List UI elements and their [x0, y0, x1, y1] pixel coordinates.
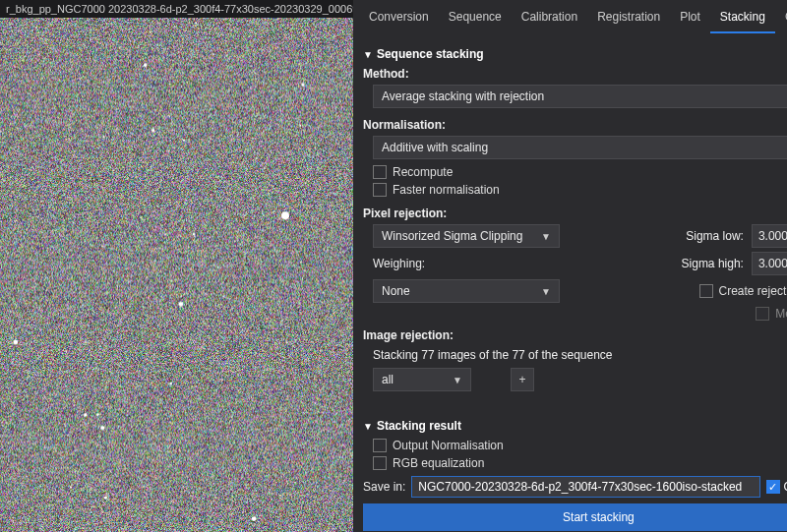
- pixel-rejection-label: Pixel rejection:: [363, 207, 787, 220]
- tab-console[interactable]: Console: [775, 4, 787, 33]
- tab-stacking[interactable]: Stacking: [710, 4, 775, 33]
- save-in-label: Save in:: [363, 480, 405, 494]
- sigma-low-spin[interactable]: 3.000 − +: [752, 224, 787, 248]
- section-stacking-result[interactable]: ▼ Stacking result: [363, 419, 787, 433]
- weighing-label: Weighing:: [373, 257, 560, 270]
- weighing-value: None: [382, 284, 541, 298]
- method-label: Method:: [363, 67, 787, 81]
- weighing-combo[interactable]: None ▼: [373, 279, 560, 303]
- checkbox-icon: [766, 480, 780, 494]
- method-value: Average stacking with rejection: [382, 89, 787, 103]
- checkbox-icon: [373, 439, 387, 452]
- save-in-input[interactable]: [411, 476, 759, 498]
- overwrite-label: Overwrite: [784, 480, 787, 494]
- checkbox-icon: [373, 165, 387, 179]
- normalisation-combo[interactable]: Additive with scaling ▼: [373, 136, 787, 159]
- tab-conversion[interactable]: Conversion: [359, 4, 439, 33]
- pixel-rejection-combo[interactable]: Winsorized Sigma Clipping ▼: [373, 224, 560, 248]
- rgb-equalization-check[interactable]: RGB equalization: [363, 456, 787, 470]
- merge-lh-label: Merge L+H: [775, 307, 787, 321]
- chevron-down-icon: ▼: [363, 49, 373, 60]
- section-title: Sequence stacking: [377, 47, 484, 61]
- faster-norm-check[interactable]: Faster normalisation: [373, 183, 787, 197]
- sigma-high-label: Sigma high:: [675, 257, 744, 270]
- stacking-panel: ▼ Sequence stacking Method: Average stac…: [353, 33, 787, 532]
- checkbox-icon: [373, 456, 387, 470]
- tab-registration[interactable]: Registration: [587, 4, 670, 33]
- sigma-high-value: 3.000: [753, 257, 787, 270]
- tab-calibration[interactable]: Calibration: [512, 4, 587, 33]
- normalisation-value: Additive with scaling: [382, 141, 787, 154]
- recompute-check[interactable]: Recompute: [373, 165, 787, 179]
- right-panel: Conversion Sequence Calibration Registra…: [353, 0, 787, 532]
- overwrite-check[interactable]: Overwrite: [766, 480, 787, 494]
- image-preview[interactable]: [0, 18, 353, 532]
- section-sequence-stacking[interactable]: ▼ Sequence stacking: [363, 47, 787, 61]
- recompute-label: Recompute: [393, 165, 453, 179]
- start-stacking-button[interactable]: Start stacking: [363, 503, 787, 531]
- sigma-high-spin[interactable]: 3.000 − +: [752, 252, 787, 275]
- sigma-low-label: Sigma low:: [675, 229, 744, 243]
- tab-plot[interactable]: Plot: [670, 4, 710, 33]
- rgb-eq-label: RGB equalization: [393, 456, 484, 470]
- checkbox-icon: [373, 183, 387, 197]
- create-rejection-maps-check[interactable]: Create rejection maps: [699, 284, 787, 298]
- create-rejection-maps-label: Create rejection maps: [719, 284, 787, 298]
- checkbox-icon: [756, 307, 769, 321]
- stacking-count-info: Stacking 77 images of the 77 of the sequ…: [373, 348, 787, 362]
- merge-lh-check: Merge L+H: [756, 307, 787, 321]
- output-normalisation-check[interactable]: Output Normalisation: [363, 439, 787, 452]
- image-preview-pane: r_bkg_pp_NGC7000 20230328-6d-p2_300f4-77…: [0, 0, 353, 532]
- chevron-down-icon: ▼: [363, 421, 373, 432]
- chevron-down-icon: ▼: [541, 231, 551, 242]
- output-norm-label: Output Normalisation: [393, 439, 504, 452]
- add-filter-button[interactable]: +: [511, 368, 534, 391]
- tab-sequence[interactable]: Sequence: [439, 4, 512, 33]
- image-rejection-filter-value: all: [382, 373, 453, 386]
- method-combo[interactable]: Average stacking with rejection ▼: [373, 85, 787, 108]
- chevron-down-icon: ▼: [453, 375, 462, 385]
- plus-icon: +: [518, 373, 525, 386]
- filename-bar: r_bkg_pp_NGC7000 20230328-6d-p2_300f4-77…: [0, 0, 353, 18]
- tab-bar: Conversion Sequence Calibration Registra…: [353, 0, 787, 33]
- checkbox-icon: [699, 284, 713, 298]
- faster-norm-label: Faster normalisation: [393, 183, 500, 197]
- sigma-low-value: 3.000: [753, 229, 787, 243]
- normalisation-label: Normalisation:: [363, 118, 787, 132]
- pixel-rejection-value: Winsorized Sigma Clipping: [382, 229, 541, 243]
- chevron-down-icon: ▼: [541, 286, 551, 297]
- image-rejection-filter-combo[interactable]: all ▼: [373, 368, 471, 391]
- image-rejection-label: Image rejection:: [363, 328, 787, 342]
- section-title: Stacking result: [377, 419, 461, 433]
